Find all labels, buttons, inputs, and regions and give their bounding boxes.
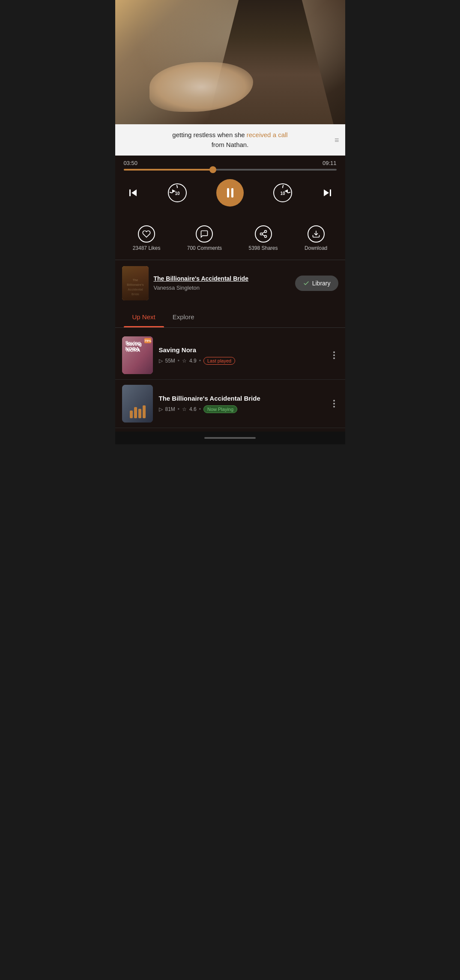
- svg-rect-0: [129, 189, 131, 196]
- rewind-10-button[interactable]: 10: [168, 183, 187, 202]
- svg-rect-26: [122, 385, 153, 423]
- svg-text:10: 10: [281, 191, 286, 196]
- rating: 4.6: [189, 406, 197, 412]
- subtitle-bar: getting restless when she received a cal…: [115, 124, 345, 156]
- progress-knob[interactable]: [209, 166, 216, 173]
- like-action[interactable]: 23487 Likes: [133, 225, 161, 251]
- track-item: Saving NORA 75% Saving Nora ▷ 55M • ☆ 4.…: [115, 331, 345, 380]
- svg-rect-6: [330, 189, 331, 196]
- subtitle-highlight: received a call: [247, 131, 288, 138]
- svg-text:Accidental: Accidental: [128, 288, 143, 291]
- previous-button[interactable]: [128, 188, 138, 198]
- tabs-row: Up Next Explore: [115, 306, 345, 328]
- svg-text:Billionaire's: Billionaire's: [127, 283, 144, 286]
- svg-point-9: [260, 233, 262, 235]
- now-playing-badge: Now Playing: [203, 405, 237, 413]
- comments-count: 700 Comments: [187, 245, 222, 251]
- likes-count: 23487 Likes: [133, 245, 161, 251]
- star-icon: ☆: [182, 358, 187, 364]
- action-row: 23487 Likes 700 Comments 5398 Shares: [115, 215, 345, 260]
- download-label: Download: [305, 245, 327, 251]
- hero-image: [115, 0, 345, 124]
- svg-text:Saving: Saving: [126, 342, 142, 347]
- subtitle-text: getting restless when she received a cal…: [124, 130, 337, 150]
- lyrics-icon[interactable]: ≡: [335, 135, 339, 144]
- svg-text:The: The: [132, 279, 138, 282]
- pause-button[interactable]: [216, 179, 244, 207]
- download-action[interactable]: Download: [305, 225, 327, 251]
- tab-explore[interactable]: Explore: [164, 306, 203, 327]
- svg-text:Bride: Bride: [131, 293, 139, 296]
- track-cover-billionaire: [122, 385, 153, 423]
- track-title: The Billionaire's Accidental Bride: [159, 395, 324, 402]
- svg-text:10: 10: [175, 191, 180, 196]
- track-meta: ▷ 55M • ☆ 4.9 • Last played: [159, 357, 324, 365]
- share-icon: [255, 225, 272, 243]
- total-time: 09:11: [323, 160, 337, 166]
- last-played-badge: Last played: [203, 357, 235, 365]
- svg-text:NORA: NORA: [126, 348, 140, 353]
- library-button[interactable]: Library: [295, 276, 338, 291]
- svg-line-11: [262, 234, 265, 236]
- star-icon: ☆: [182, 406, 187, 412]
- forward-10-button[interactable]: 10: [273, 183, 292, 202]
- bottom-bar: [115, 432, 345, 444]
- more-options-button[interactable]: [330, 348, 338, 363]
- share-action[interactable]: 5398 Shares: [248, 225, 278, 251]
- play-icon: ▷: [159, 406, 163, 412]
- home-indicator: [204, 437, 256, 439]
- download-icon: [308, 225, 325, 243]
- svg-rect-27: [130, 411, 133, 418]
- book-info-text: The Billionaire's Accidental Bride Vanes…: [154, 275, 290, 291]
- pause-icon: [227, 188, 233, 198]
- svg-line-12: [262, 232, 265, 233]
- shares-count: 5398 Shares: [248, 245, 278, 251]
- comment-action[interactable]: 700 Comments: [187, 225, 222, 251]
- book-info-row: The Billionaire's Accidental Bride The B…: [115, 260, 345, 306]
- checkmark-icon: [303, 280, 310, 287]
- tab-up-next[interactable]: Up Next: [124, 306, 164, 327]
- more-options-button[interactable]: [330, 396, 338, 411]
- svg-rect-15: [122, 266, 149, 300]
- controls-row: 10 10: [124, 179, 337, 207]
- play-icon: ▷: [159, 358, 163, 364]
- track-meta: ▷ 81M • ☆ 4.6 • Now Playing: [159, 405, 324, 413]
- track-info-saving-nora: Saving Nora ▷ 55M • ☆ 4.9 • Last played: [159, 346, 324, 365]
- book-title[interactable]: The Billionaire's Accidental Bride: [154, 275, 290, 282]
- rating: 4.9: [189, 358, 197, 364]
- book-author: Vanessa Singleton: [154, 285, 200, 291]
- track-info-billionaire: The Billionaire's Accidental Bride ▷ 81M…: [159, 395, 324, 413]
- svg-rect-28: [134, 407, 137, 418]
- svg-rect-14: [122, 266, 149, 300]
- plays-count: 55M: [165, 358, 175, 364]
- comment-icon: [196, 225, 213, 243]
- progress-fill: [124, 169, 213, 171]
- track-cover-saving-nora: Saving NORA 75%: [122, 336, 153, 374]
- progress-bar[interactable]: [124, 169, 337, 171]
- svg-rect-29: [138, 409, 141, 418]
- current-time: 03:50: [124, 160, 138, 166]
- svg-point-10: [264, 235, 266, 237]
- up-next-list: Saving NORA 75% Saving Nora ▷ 55M • ☆ 4.…: [115, 328, 345, 432]
- time-row: 03:50 09:11: [124, 160, 337, 166]
- player-area: 03:50 09:11 10: [115, 156, 345, 215]
- svg-point-8: [264, 231, 266, 233]
- book-cover-thumbnail: The Billionaire's Accidental Bride: [122, 266, 149, 300]
- svg-marker-1: [131, 189, 137, 196]
- svg-rect-30: [143, 405, 146, 418]
- svg-text:75%: 75%: [144, 339, 151, 343]
- track-item: The Billionaire's Accidental Bride ▷ 81M…: [115, 380, 345, 428]
- plays-count: 81M: [165, 406, 175, 412]
- track-title: Saving Nora: [159, 346, 324, 354]
- svg-marker-7: [324, 189, 329, 196]
- heart-icon: [138, 225, 155, 243]
- next-button[interactable]: [322, 188, 332, 198]
